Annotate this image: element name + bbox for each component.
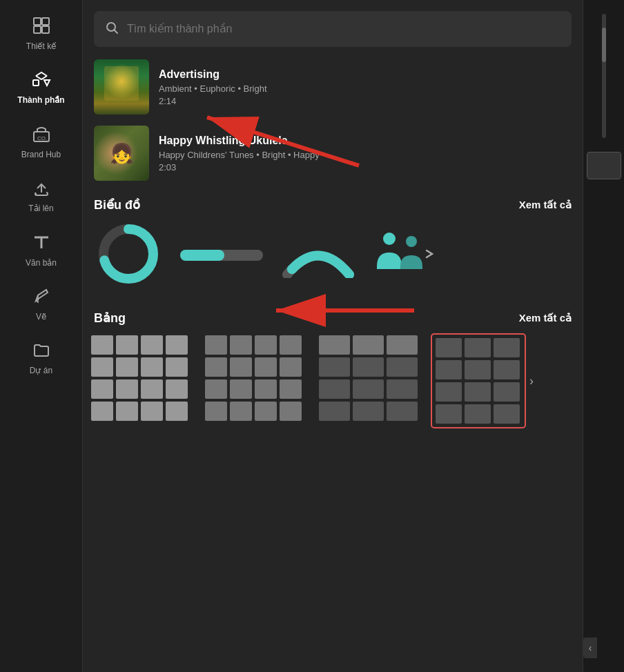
sidebar-item-label: Thiết kế (26, 41, 56, 51)
svg-rect-12 (180, 250, 224, 261)
svg-rect-66 (436, 382, 462, 402)
draw-icon (32, 287, 50, 308)
music-tags-advertising: Ambient • Euphoric • Bright (159, 83, 572, 94)
music-item-ukulele[interactable]: Happy Whistling Ukulele Happy Childrens'… (88, 120, 577, 186)
collapse-icon: ‹ (589, 642, 592, 653)
music-info-ukulele: Happy Whistling Ukulele Happy Childrens'… (159, 135, 572, 172)
right-panel-preview (587, 152, 621, 179)
svg-rect-56 (319, 402, 350, 421)
svg-text:CO.: CO. (37, 135, 47, 141)
table-item-1[interactable] (88, 333, 195, 429)
svg-rect-18 (166, 335, 188, 355)
sidebar-item-van-ban[interactable]: Văn bản (0, 224, 82, 277)
svg-rect-43 (205, 402, 227, 421)
svg-rect-23 (91, 379, 113, 399)
svg-rect-17 (141, 335, 163, 355)
svg-rect-49 (387, 335, 418, 355)
svg-rect-39 (205, 379, 227, 399)
svg-rect-3 (42, 26, 49, 33)
music-tags-ukulele: Happy Childrens' Tunes • Bright • Happy (159, 150, 572, 160)
project-icon (32, 341, 50, 362)
sidebar-item-label-upload: Tải lên (28, 204, 53, 213)
tables-chevron-icon: › (529, 374, 534, 388)
collapse-button[interactable]: ‹ (583, 638, 597, 658)
sidebar-item-thanh-phan[interactable]: Thành phần (0, 61, 82, 115)
svg-rect-1 (42, 18, 49, 25)
svg-rect-42 (280, 379, 302, 399)
main-panel: Advertising Ambient • Euphoric • Bright … (83, 0, 583, 672)
svg-rect-53 (319, 379, 350, 399)
svg-rect-68 (494, 382, 520, 402)
sidebar-item-label-active: Thành phần (17, 95, 64, 105)
svg-rect-54 (353, 379, 384, 399)
right-panel: ‹ (583, 0, 624, 672)
arc-chart-item[interactable] (280, 230, 356, 278)
sidebar-item-tai-len[interactable]: Tải lên (0, 169, 82, 223)
music-info-advertising: Advertising Ambient • Euphoric • Bright … (159, 68, 572, 106)
search-icon (105, 21, 119, 38)
sidebar-item-label-project: Dự án (30, 366, 52, 375)
sidebar-item-du-an[interactable]: Dự án (0, 331, 82, 385)
svg-rect-58 (387, 402, 418, 421)
table-item-2[interactable] (202, 333, 309, 429)
svg-rect-47 (319, 335, 350, 355)
svg-rect-34 (280, 335, 302, 355)
svg-marker-5 (44, 80, 50, 86)
svg-rect-46 (280, 402, 302, 421)
sidebar-item-label-brand: Brand Hub (21, 150, 61, 159)
svg-rect-28 (116, 402, 138, 421)
svg-rect-40 (230, 379, 252, 399)
svg-rect-19 (91, 357, 113, 377)
bieu-do-link[interactable]: Xem tất cả (519, 199, 572, 211)
sidebar-item-brand-hub[interactable]: CO. Brand Hub (0, 115, 82, 169)
text-icon (32, 233, 50, 254)
music-title-ukulele: Happy Whistling Ukulele (159, 135, 572, 147)
brand-hub-icon: CO. (32, 125, 51, 146)
svg-rect-26 (166, 379, 188, 399)
svg-rect-27 (91, 402, 113, 421)
music-duration-ukulele: 2:03 (159, 162, 572, 172)
svg-rect-2 (34, 26, 41, 33)
svg-rect-69 (436, 404, 462, 424)
svg-rect-51 (353, 357, 384, 377)
bang-link[interactable]: Xem tất cả (519, 312, 572, 324)
music-title-advertising: Advertising (159, 68, 572, 81)
components-icon (32, 70, 51, 91)
sidebar-item-label-text: Văn bản (26, 258, 57, 268)
bieu-do-header: Biểu đồ Xem tất cả (83, 186, 583, 219)
sidebar-item-label-draw: Vẽ (36, 312, 46, 322)
svg-rect-32 (230, 335, 252, 355)
sidebar: Thiết kế Thành phần CO. Brand Hub (0, 0, 83, 672)
charts-row (83, 219, 583, 299)
svg-rect-16 (116, 335, 138, 355)
svg-rect-33 (255, 335, 277, 355)
svg-rect-24 (116, 379, 138, 399)
svg-rect-31 (205, 335, 227, 355)
music-list: Advertising Ambient • Euphoric • Bright … (83, 54, 583, 186)
svg-rect-0 (34, 18, 41, 25)
search-input[interactable] (127, 23, 560, 35)
sidebar-item-ve[interactable]: Vẽ (0, 277, 82, 331)
music-item-advertising[interactable]: Advertising Ambient • Euphoric • Bright … (88, 54, 577, 120)
donut-chart-item[interactable] (94, 219, 163, 288)
svg-rect-61 (465, 338, 491, 357)
music-duration-advertising: 2:14 (159, 96, 572, 106)
svg-rect-52 (387, 357, 418, 377)
search-bar[interactable] (94, 11, 572, 47)
svg-rect-70 (465, 404, 491, 424)
svg-rect-57 (353, 402, 384, 421)
svg-rect-71 (494, 404, 520, 424)
svg-rect-30 (166, 402, 188, 421)
table-item-4[interactable]: › (430, 333, 537, 429)
svg-rect-62 (494, 338, 520, 357)
music-thumb-ukulele (94, 126, 149, 181)
table-item-3[interactable] (316, 333, 423, 429)
music-thumb-advertising (94, 59, 149, 115)
people-chart-item[interactable] (370, 226, 439, 281)
bang-title: Bảng (94, 310, 126, 326)
svg-rect-50 (319, 357, 350, 377)
svg-rect-37 (255, 357, 277, 377)
svg-rect-44 (230, 402, 252, 421)
sidebar-item-thiet-ke[interactable]: Thiết kế (0, 7, 82, 61)
slider-chart-item[interactable] (177, 240, 266, 268)
